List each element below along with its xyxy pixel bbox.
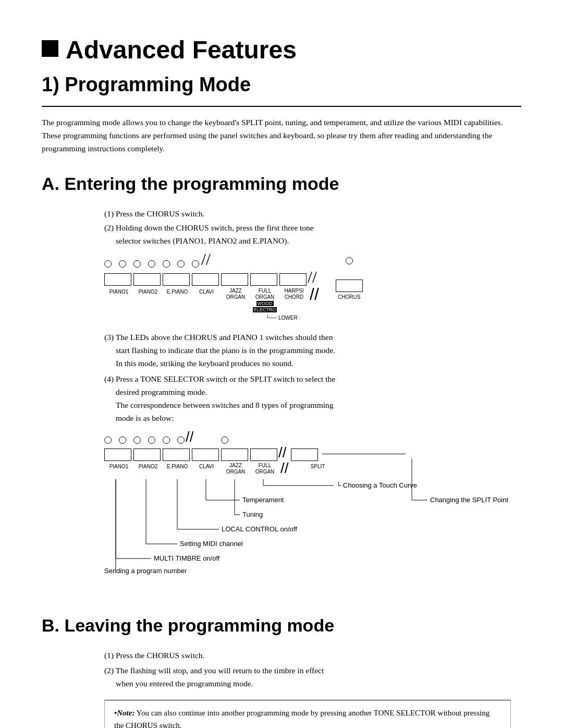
diagram2-main: // //	[104, 434, 406, 475]
btn-harpsi	[279, 273, 307, 286]
label2-clavi: CLAVI	[192, 463, 221, 470]
svg-text:Changing the SPLIT Point: Changing the SPLIT Point	[430, 496, 508, 504]
main-title-text: Advanced Features	[66, 31, 297, 69]
label2-piano1: PIANO1	[104, 463, 133, 470]
page-header: Advanced Features 1) Programming Mode	[42, 31, 521, 107]
label-jazz-organ: JAZZORGAN	[221, 288, 250, 300]
step-a-4-text: Press a TONE SELECTOR switch or the SPLI…	[116, 374, 335, 383]
btn-full-organ	[250, 273, 277, 286]
label-chorus: CHORUS	[338, 293, 360, 301]
intro-text: The programming mode allows you to chang…	[42, 116, 511, 155]
btn-epiano	[163, 273, 190, 286]
label-harpsi: HARPSICHORD	[279, 288, 309, 300]
diagram1-labels: PIANO1 PIANO2 E.PIANO CLAVI JAZZORGAN FU…	[104, 288, 320, 313]
split-line-connector	[322, 454, 406, 455]
led2-6	[177, 436, 185, 444]
step-a-3: (3) The LEDs above the CHORUS and PIANO …	[104, 331, 521, 370]
label2-full: FULLORGAN	[250, 463, 279, 475]
btn2-epiano	[163, 448, 190, 461]
lower-label: └── LOWER ·	[266, 314, 320, 322]
label2-piano2: PIANO2	[133, 463, 163, 470]
diagram-2-area: // //	[104, 434, 521, 597]
sub-title: 1) Programming Mode	[42, 70, 521, 100]
led-2	[119, 260, 126, 268]
svg-text:└ Choosing a Touch Curve: └ Choosing a Touch Curve	[336, 481, 417, 489]
slash2-3: //	[280, 463, 289, 474]
svg-text:Tuning: Tuning	[242, 511, 263, 518]
led-4	[148, 260, 155, 268]
step-b-2-text: The flashing will stop, and you will ret…	[116, 666, 324, 675]
label-electro: ELECTRO	[253, 307, 277, 312]
note-label: •Note:	[114, 709, 134, 717]
label-full-organ: FULLORGAN WOOD ELECTRO	[250, 288, 279, 313]
led-1	[104, 260, 112, 268]
step-a-3-num: (3)	[104, 333, 114, 342]
label-epiano: E.PIANO	[163, 288, 192, 296]
btn2-piano2	[133, 448, 161, 461]
main-title: Advanced Features	[42, 31, 521, 69]
step-a-2-num: (2)	[104, 223, 114, 232]
diagram2-buttons: //	[104, 448, 406, 461]
svg-text:LOCAL CONTROL on/off: LOCAL CONTROL on/off	[222, 525, 297, 533]
svg-text:Setting MIDI channel: Setting MIDI channel	[180, 540, 243, 548]
label2-jazz: JAZZORGAN	[221, 463, 250, 475]
led2-4	[148, 436, 155, 444]
svg-text:Sending a program number: Sending a program number	[104, 567, 187, 575]
slash2-2: //	[278, 447, 287, 458]
slash-mark-1: //	[201, 253, 211, 266]
led-chorus	[346, 257, 353, 264]
step-a-4-indent4: mode is as below:	[116, 412, 521, 425]
led2-5	[163, 436, 170, 444]
btn-chorus	[336, 280, 363, 292]
btn-piano1	[104, 273, 131, 286]
btn2-piano1	[104, 448, 131, 461]
section-a: A. Entering the programming mode (1) Pre…	[42, 171, 521, 597]
steps-b: (1) Press the CHORUS switch. (2) The fla…	[104, 649, 521, 690]
svg-text:Temperament: Temperament	[242, 496, 284, 504]
step-a-4-num: (4)	[104, 374, 114, 383]
step-a-2-text: Holding down the CHORUS switch, press th…	[116, 223, 314, 232]
led2-1	[104, 436, 112, 444]
step-a-3-text: The LEDs above the CHORUS and PIANO 1 sw…	[116, 333, 333, 342]
note-text: You can also continue into another progr…	[114, 709, 489, 728]
diagram2-labels: PIANO1 PIANO2 E.PIANO CLAVI JAZZORGAN FU…	[104, 463, 406, 475]
btn2-jazz	[221, 448, 248, 461]
btn-jazz-organ	[221, 273, 248, 286]
led2-3	[133, 436, 141, 444]
step-a-3-indent: start flashing to indicate that the pian…	[116, 344, 521, 357]
led-6	[177, 260, 185, 268]
step-a-3-indent2: In this mode, striking the keyboard prod…	[116, 357, 521, 370]
btn-piano2	[133, 273, 161, 286]
label-piano1: PIANO1	[104, 288, 133, 296]
step-a-1-num: (1)	[104, 209, 114, 218]
btn2-split	[291, 448, 318, 461]
slash2-1: //	[186, 431, 194, 443]
label2-split: SPLIT	[311, 463, 325, 470]
section-b-title: B. Leaving the programming mode	[42, 612, 521, 639]
steps-a-initial: (1) Press the CHORUS switch. (2) Holding…	[104, 208, 521, 247]
led2-split	[221, 436, 228, 444]
annotation-svg: └ Choosing a Touch Curve Temperament Tun…	[104, 479, 480, 594]
led-5	[163, 260, 170, 268]
label-wood: WOOD	[256, 301, 274, 306]
diagram-1: // //	[104, 257, 521, 322]
diagram1-leds: //	[104, 257, 320, 271]
svg-text:MULTI TIMBRE on/off: MULTI TIMBRE on/off	[154, 554, 220, 562]
led-7	[192, 260, 199, 268]
step-a-2: (2) Holding down the CHORUS switch, pres…	[104, 222, 521, 248]
step-a-1: (1) Press the CHORUS switch.	[104, 208, 521, 221]
label-clavi: CLAVI	[192, 288, 221, 296]
btn-clavi	[192, 273, 219, 286]
step-b-2-num: (2)	[104, 666, 114, 675]
diagram1-buttons: //	[104, 273, 320, 286]
title-icon	[42, 40, 58, 57]
led-3	[133, 260, 141, 268]
label-piano2: PIANO2	[133, 288, 163, 296]
section-a-title: A. Entering the programming mode	[42, 171, 521, 197]
step-a-4: (4) Press a TONE SELECTOR switch or the …	[104, 373, 521, 424]
step-b-1: (1) Press the CHORUS switch.	[104, 649, 521, 662]
slash-mark-2: //	[308, 271, 317, 284]
steps-a-continued: (3) The LEDs above the CHORUS and PIANO …	[104, 331, 521, 425]
led2-2	[119, 436, 126, 444]
slash-mark-3: //	[310, 288, 319, 301]
